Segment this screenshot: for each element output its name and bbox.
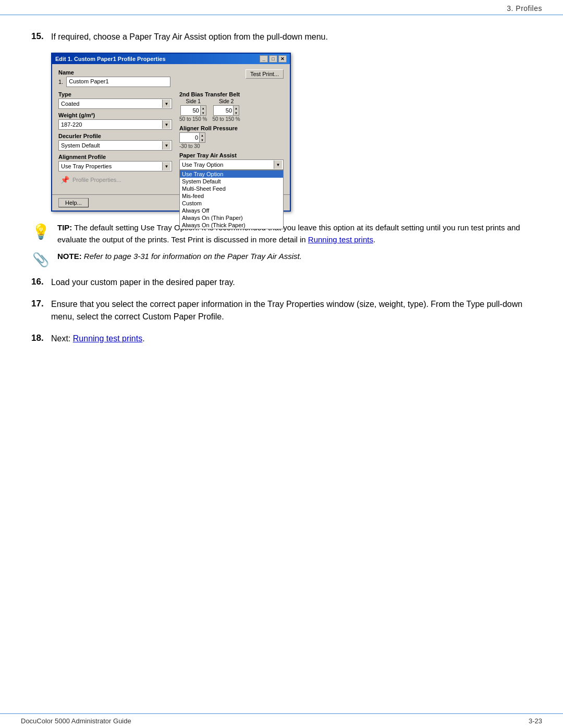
air-assist-dropdown[interactable]: Use Tray Option ▼ Use Tray Option System… — [179, 159, 284, 170]
weight-select-arrow: ▼ — [162, 120, 170, 129]
weight-value: 187-220 — [60, 121, 162, 128]
step-15-text: If required, choose a Paper Tray Air Ass… — [51, 31, 532, 43]
belt-side2-value: 50 — [214, 107, 233, 114]
belt-side1-value: 50 — [181, 107, 200, 114]
dropdown-item-multi-sheet-feed[interactable]: Multi-Sheet Feed — [180, 185, 283, 192]
dropdown-item-custom[interactable]: Custom — [180, 200, 283, 207]
pin-icon: 📌 — [60, 176, 69, 184]
decurler-select[interactable]: System Default ▼ — [58, 140, 172, 151]
dropdown-item-always-on-thick[interactable]: Always On (Thick Paper) — [180, 221, 283, 229]
note-block: 📎 NOTE: Refer to page 3-31 for informati… — [31, 251, 532, 268]
decurler-label: Decurler Profile — [58, 133, 172, 139]
name-left: Name 1. Custom Paper1 — [58, 69, 246, 87]
name-label: Name — [58, 69, 246, 76]
tip-text: TIP: The default setting Use Tray Option… — [57, 222, 532, 245]
profile-props-label: Profile Properties... — [72, 177, 121, 183]
aligner-row: 0 ▲ ▼ — [179, 132, 284, 143]
dropdown-item-mis-feed[interactable]: Mis-feed — [180, 192, 283, 200]
step-15-row: 15. If required, choose a Paper Tray Air… — [31, 31, 532, 43]
decurler-value: System Default — [60, 142, 162, 149]
belt-side2-spin[interactable]: 50 ▲ ▼ — [213, 105, 239, 116]
belt-side2-label: Side 2 — [219, 98, 234, 104]
step-18-row: 18. Next: Running test prints. — [31, 332, 532, 345]
dialog-close-btn[interactable]: ✕ — [278, 55, 287, 63]
belt-row: Side 1 50 ▲ ▼ 50 to 150 % — [179, 98, 284, 122]
belt-label: 2nd Bias Transfer Belt — [179, 91, 284, 97]
main-content: 15. If required, choose a Paper Tray Air… — [0, 15, 563, 370]
belt-side1-down-btn[interactable]: ▼ — [201, 110, 206, 115]
step-17-text: Ensure that you select the correct paper… — [51, 298, 532, 323]
dialog-window: Edit 1. Custom Paper1 Profile Properties… — [51, 53, 291, 212]
type-select-arrow: ▼ — [162, 100, 170, 108]
two-col-main: Type Coated ▼ Weight (g/m²) 187-220 ▼ De — [58, 91, 284, 186]
footer-right: 3-23 — [529, 717, 542, 725]
belt-side2-col: Side 2 50 ▲ ▼ 50 to 150 % — [212, 98, 240, 122]
air-assist-select-arrow: ▼ — [274, 161, 282, 169]
step-16-row: 16. Load your custom paper in the desire… — [31, 276, 532, 289]
name-row: Name 1. Custom Paper1 Test Print... — [58, 69, 284, 87]
belt-side2-spin-buttons: ▲ ▼ — [233, 106, 239, 115]
belt-side1-range: 50 to 150 % — [179, 116, 207, 122]
weight-label: Weight (g/m²) — [58, 112, 172, 118]
step-15-number: 15. — [31, 31, 51, 42]
dropdown-item-always-off[interactable]: Always Off — [180, 207, 283, 214]
footer-bar: DocuColor 5000 Administrator Guide 3-23 — [0, 713, 563, 728]
col-left: Type Coated ▼ Weight (g/m²) 187-220 ▼ De — [58, 91, 172, 186]
aligner-down-btn[interactable]: ▼ — [200, 138, 205, 142]
profile-props-row: 📌 Profile Properties... — [58, 174, 172, 186]
belt-side1-col: Side 1 50 ▲ ▼ 50 to 150 % — [179, 98, 207, 122]
note-text: NOTE: Refer to page 3-31 for information… — [57, 251, 532, 263]
step-18-text: Next: Running test prints. — [51, 332, 532, 345]
air-assist-select[interactable]: Use Tray Option ▼ — [179, 159, 284, 170]
type-label: Type — [58, 91, 172, 97]
dropdown-item-system-default[interactable]: System Default — [180, 178, 283, 185]
name-field[interactable]: Custom Paper1 — [66, 77, 170, 87]
dropdown-item-always-on-thin[interactable]: Always On (Thin Paper) — [180, 214, 283, 221]
help-button[interactable]: Help... — [58, 198, 89, 207]
air-assist-label: Paper Tray Air Assist — [179, 152, 284, 158]
aligner-up-btn[interactable]: ▲ — [200, 133, 205, 138]
belt-side1-spin[interactable]: 50 ▲ ▼ — [180, 105, 206, 116]
name-prefix: 1. — [58, 79, 63, 85]
tip-prefix: TIP: — [57, 223, 72, 232]
step-18-number: 18. — [31, 332, 51, 343]
belt-side1-up-btn[interactable]: ▲ — [201, 106, 206, 110]
step-18-link[interactable]: Running test prints — [73, 334, 142, 343]
type-value: Coated — [60, 101, 162, 107]
aligner-value: 0 — [180, 134, 199, 141]
dialog-titlebar: Edit 1. Custom Paper1 Profile Properties… — [52, 54, 290, 64]
dialog-maximize-btn[interactable]: □ — [269, 55, 277, 63]
belt-side2-range: 50 to 150 % — [212, 116, 240, 122]
step-17-row: 17. Ensure that you select the correct p… — [31, 298, 532, 323]
note-icon: 📎 — [31, 252, 50, 268]
note-main-text: Refer to page 3-31 for information on th… — [82, 252, 302, 261]
dialog-minimize-btn[interactable]: _ — [260, 55, 268, 63]
decurler-select-arrow: ▼ — [162, 141, 170, 150]
alignment-select-arrow: ▼ — [162, 162, 170, 170]
air-assist-value: Use Tray Option — [181, 162, 274, 168]
alignment-select[interactable]: Use Tray Properties ▼ — [58, 161, 172, 171]
air-assist-dropdown-list[interactable]: Use Tray Option System Default Multi-She… — [179, 170, 284, 229]
dropdown-item-use-tray-option[interactable]: Use Tray Option — [180, 170, 283, 178]
aligner-spin[interactable]: 0 ▲ ▼ — [179, 132, 205, 143]
belt-side1-label: Side 1 — [186, 98, 201, 104]
weight-select[interactable]: 187-220 ▼ — [58, 119, 172, 130]
step-16-number: 16. — [31, 276, 51, 287]
dialog-title: Edit 1. Custom Paper1 Profile Properties — [55, 56, 166, 62]
test-print-button[interactable]: Test Print... — [246, 69, 284, 79]
step-18-text-after: . — [142, 334, 144, 343]
type-select[interactable]: Coated ▼ — [58, 98, 172, 109]
belt-side2-down-btn[interactable]: ▼ — [234, 110, 239, 115]
footer-left: DocuColor 5000 Administrator Guide — [21, 717, 131, 725]
belt-side1-spin-buttons: ▲ ▼ — [200, 106, 206, 115]
dialog-container: Edit 1. Custom Paper1 Profile Properties… — [51, 53, 532, 212]
header-title: 3. Profiles — [507, 4, 542, 13]
step-17-number: 17. — [31, 298, 51, 309]
step-16-text: Load your custom paper in the desired pa… — [51, 276, 532, 289]
col-right: 2nd Bias Transfer Belt Side 1 50 ▲ ▼ — [179, 91, 284, 186]
tip-icon: 💡 — [31, 223, 50, 240]
belt-side2-up-btn[interactable]: ▲ — [234, 106, 239, 110]
tip-link[interactable]: Running test prints — [308, 235, 373, 244]
dialog-titlebar-buttons: _ □ ✕ — [260, 55, 287, 63]
name-value: Custom Paper1 — [69, 78, 108, 84]
